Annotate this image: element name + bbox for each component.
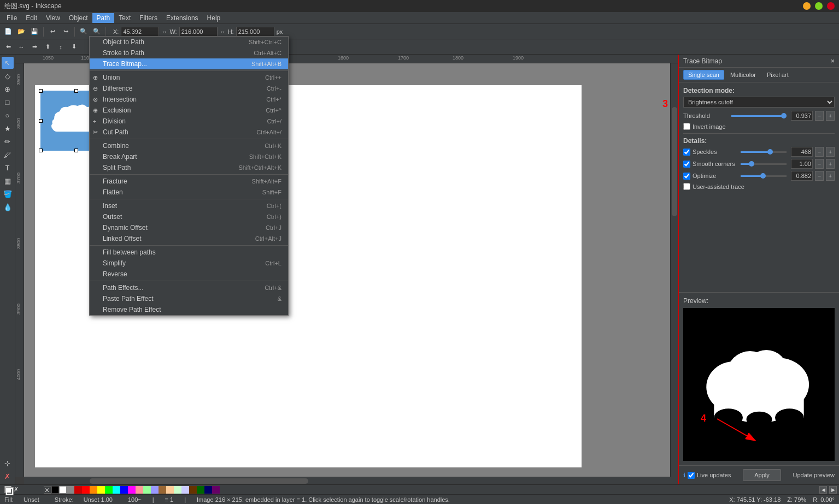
fill-color-swatch[interactable] <box>4 486 11 493</box>
menu-division[interactable]: ÷ Division Ctrl+/ <box>90 116 288 127</box>
ellipse-tool[interactable]: ○ <box>2 109 14 121</box>
align-top-button[interactable]: ⬆ <box>42 41 54 53</box>
menu-outset[interactable]: Outset Ctrl+) <box>90 211 288 222</box>
menu-flatten[interactable]: Flatten Shift+F <box>90 187 288 198</box>
swatch-cyan[interactable] <box>113 486 120 494</box>
menu-object[interactable]: Object <box>64 13 92 23</box>
fill-tool[interactable]: 🪣 <box>2 188 14 200</box>
menu-remove-path-effect[interactable]: Remove Path Effect <box>90 304 288 315</box>
menu-trace-bitmap[interactable]: Trace Bitmap... Shift+Alt+B <box>90 58 288 69</box>
eyedropper-tool[interactable]: 💧 <box>2 201 14 213</box>
menu-break-apart[interactable]: Break Apart Shift+Ctrl+K <box>90 151 288 162</box>
maximize-button[interactable] <box>815 2 823 10</box>
optimize-checkbox[interactable] <box>683 173 690 180</box>
text-tool[interactable]: T <box>2 162 14 174</box>
smooth-corners-slider[interactable] <box>741 163 787 165</box>
threshold-slider-track[interactable] <box>731 115 787 117</box>
menu-object-to-path[interactable]: Object to Path Shift+Ctrl+C <box>90 37 288 48</box>
snap-toggle[interactable]: ⊹ <box>2 457 14 469</box>
path-dropdown-menu[interactable]: Object to Path Shift+Ctrl+C Stroke to Pa… <box>89 36 289 316</box>
speckles-slider[interactable] <box>741 151 787 153</box>
swatch-green[interactable] <box>105 486 113 494</box>
handle-bl[interactable] <box>39 149 43 152</box>
zoom-in-button[interactable]: 🔍 <box>78 26 90 38</box>
swatch-scroll-right[interactable]: ▶ <box>829 486 837 494</box>
open-button[interactable]: 📂 <box>15 26 27 38</box>
swatch-magenta[interactable] <box>128 486 136 494</box>
speckles-checkbox[interactable] <box>683 149 690 156</box>
node-tool[interactable]: ◇ <box>2 70 14 82</box>
minimize-button[interactable] <box>803 2 811 10</box>
zoom-tool[interactable]: ⊕ <box>2 83 14 95</box>
swatch-orange[interactable] <box>90 486 97 494</box>
update-preview-button[interactable]: Update preview <box>793 472 835 478</box>
swatch-scroll-left[interactable]: ◀ <box>819 486 827 494</box>
v-scrollbar[interactable] <box>670 63 678 477</box>
pen-tool[interactable]: 🖊 <box>2 149 14 161</box>
smooth-corners-value[interactable] <box>791 159 813 169</box>
close-button[interactable] <box>827 2 835 10</box>
trace-bitmap-close[interactable]: × <box>830 57 835 65</box>
menu-text[interactable]: Text <box>114 13 135 23</box>
user-assisted-checkbox[interactable] <box>683 183 690 190</box>
detection-mode-dropdown[interactable]: Brightness cutoff <box>683 97 835 108</box>
threshold-value-field[interactable] <box>791 111 813 121</box>
swatch-periwinkle[interactable] <box>181 486 189 494</box>
handle-bc[interactable] <box>74 149 78 152</box>
swatch-pink[interactable] <box>136 486 143 494</box>
menu-combine[interactable]: Combine Ctrl+K <box>90 140 288 151</box>
menu-edit[interactable]: Edit <box>21 13 42 23</box>
menu-difference[interactable]: ⊖ Difference Ctrl+- <box>90 83 288 94</box>
swatch-dark-brown[interactable] <box>189 486 197 494</box>
menu-inset[interactable]: Inset Ctrl+( <box>90 200 288 211</box>
align-right-button[interactable]: ➡ <box>28 41 40 53</box>
menu-fracture[interactable]: Fracture Shift+Alt+F <box>90 176 288 187</box>
threshold-minus[interactable]: − <box>815 111 824 121</box>
menu-view[interactable]: View <box>42 13 64 23</box>
stroke-swatch[interactable] <box>6 488 13 495</box>
swatch-dark-blue[interactable] <box>204 486 212 494</box>
h-field[interactable] <box>236 27 274 37</box>
swatch-purple[interactable] <box>212 486 220 494</box>
speckles-thumb[interactable] <box>767 149 773 155</box>
menu-exclusion[interactable]: ⊕ Exclusion Ctrl+^ <box>90 105 288 116</box>
handle-tl[interactable] <box>39 89 43 93</box>
tab-single-scan[interactable]: Single scan <box>683 70 724 80</box>
redo-button[interactable]: ↪ <box>60 26 72 38</box>
speckles-value[interactable] <box>791 147 813 157</box>
threshold-plus[interactable]: + <box>826 111 835 121</box>
rect-tool[interactable]: □ <box>2 96 14 108</box>
swatch-mint[interactable] <box>174 486 181 494</box>
swatch-lavender[interactable] <box>151 486 159 494</box>
swatch-brown[interactable] <box>159 486 166 494</box>
smooth-corners-thumb[interactable] <box>749 161 754 167</box>
menu-filters[interactable]: Filters <box>135 13 162 23</box>
swatch-transparent[interactable]: ✕ <box>44 486 51 494</box>
align-left-button[interactable]: ⬅ <box>2 41 14 53</box>
swatch-black[interactable] <box>51 486 59 494</box>
menu-fill-between-paths[interactable]: Fill between paths <box>90 247 288 258</box>
x-field[interactable] <box>121 27 159 37</box>
optimize-thumb[interactable] <box>760 173 766 179</box>
menu-dynamic-offset[interactable]: Dynamic Offset Ctrl+J <box>90 222 288 233</box>
menu-linked-offset[interactable]: Linked Offset Ctrl+Alt+J <box>90 233 288 244</box>
menu-union[interactable]: ⊕ Union Ctrl++ <box>90 72 288 83</box>
menu-extensions[interactable]: Extensions <box>162 13 203 23</box>
swatch-white[interactable] <box>59 486 67 494</box>
x-tool[interactable]: ✗ <box>2 470 14 482</box>
smooth-corners-minus[interactable]: − <box>815 159 824 169</box>
menu-reverse[interactable]: Reverse <box>90 269 288 280</box>
swatch-blue[interactable] <box>120 486 128 494</box>
menu-help[interactable]: Help <box>203 13 225 23</box>
v-scrollbar-thumb[interactable] <box>672 107 677 216</box>
h-scrollbar[interactable] <box>24 477 670 484</box>
invert-image-checkbox[interactable] <box>683 123 690 130</box>
handle-ml[interactable] <box>39 119 43 123</box>
menu-paste-path-effect[interactable]: Paste Path Effect & <box>90 293 288 304</box>
star-tool[interactable]: ★ <box>2 122 14 134</box>
menu-stroke-to-path[interactable]: Stroke to Path Ctrl+Alt+C <box>90 48 288 58</box>
swatch-dark-green[interactable] <box>197 486 204 494</box>
swatch-gray[interactable] <box>67 486 74 494</box>
smooth-corners-checkbox[interactable] <box>683 161 690 168</box>
menu-split-path[interactable]: Split Path Shift+Ctrl+Alt+K <box>90 162 288 173</box>
